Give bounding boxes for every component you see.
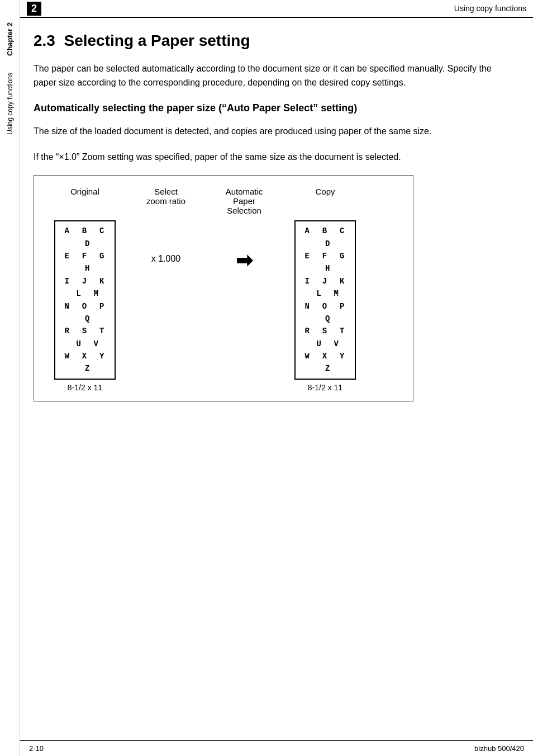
footer-page: 2-10 <box>29 744 44 753</box>
col-auto: AutomaticPaperSelection ➡ <box>205 187 283 272</box>
col-select: Selectzoom ratio x 1.000 <box>127 187 205 264</box>
sidebar: Chapter 2 Using copy functions <box>0 0 20 756</box>
arrow-icon: ➡ <box>236 249 253 272</box>
original-paper-label: 8-1/2 x 11 <box>68 383 102 392</box>
sub-heading: Automatically selecting the paper size (… <box>34 101 511 115</box>
copy-doc-box: A B C D E F G H I J K L M N O P Q R S T … <box>294 220 356 380</box>
col-original-header: Original <box>70 187 99 215</box>
section-number: 2.3 <box>34 32 55 49</box>
sidebar-section-label: Using copy functions <box>6 73 14 135</box>
para2: If the “×1.0” Zoom setting was specified… <box>34 150 511 164</box>
arrow-area: ➡ <box>236 249 253 272</box>
original-doc-box: A B C D E F G H I J K L M N O P Q R S T … <box>54 220 116 380</box>
col-select-header: Selectzoom ratio <box>146 187 185 215</box>
footer-product: bizhub 500/420 <box>474 744 524 753</box>
main-content: 2.3 Selecting a Paper setting The paper … <box>28 20 522 413</box>
copy-paper-label: 8-1/2 x 11 <box>308 383 342 392</box>
col-auto-header: AutomaticPaperSelection <box>226 187 263 215</box>
col-copy-header: Copy <box>315 187 335 215</box>
intro-paragraph: The paper can be selected automatically … <box>34 62 511 90</box>
header-bar: 2 Using copy functions <box>20 0 533 18</box>
diagram-box: Original A B C D E F G H I J K L M N O P… <box>34 175 413 401</box>
zoom-value: x 1.000 <box>151 254 180 264</box>
section-title: Selecting a Paper setting <box>64 32 250 49</box>
header-chapter-num: 2 <box>27 2 41 16</box>
footer: 2-10 bizhub 500/420 <box>20 740 533 756</box>
para1: The size of the loaded document is detec… <box>34 124 511 139</box>
header-title: Using copy functions <box>454 4 526 13</box>
diagram-columns: Original A B C D E F G H I J K L M N O P… <box>43 187 404 392</box>
sidebar-chapter-label: Chapter 2 <box>6 22 14 56</box>
col-copy: Copy A B C D E F G H I J K L M N O P Q R… <box>283 187 367 392</box>
col-original: Original A B C D E F G H I J K L M N O P… <box>43 187 127 392</box>
section-heading: 2.3 Selecting a Paper setting <box>34 31 511 50</box>
